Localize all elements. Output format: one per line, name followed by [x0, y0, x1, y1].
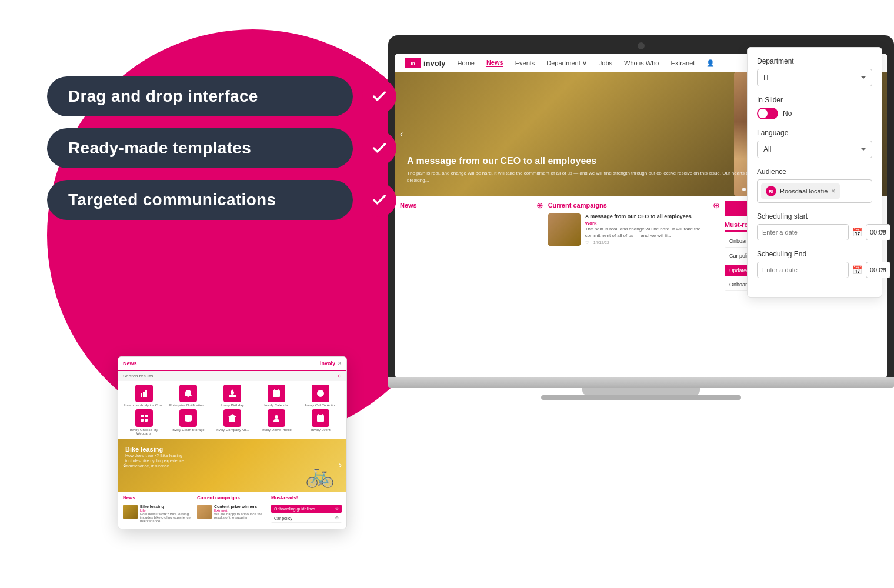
department-select[interactable]: IT HR Finance: [757, 69, 872, 86]
small-news-info: Bike leasing Life How does it work? Bike…: [140, 505, 194, 523]
bike-icon: 🚲: [305, 461, 335, 489]
small-nav-title: News: [123, 360, 137, 366]
small-close-button[interactable]: ×: [338, 359, 342, 368]
webpart-event[interactable]: Involy Event: [300, 409, 342, 435]
scheduling-start-time[interactable]: 00:00 01:00 12:00: [866, 224, 890, 240]
scheduling-end-input[interactable]: [757, 262, 849, 278]
webparts-search-bar: Search results ⊙: [118, 371, 346, 381]
webparts-grid: Enterprise Analytics Con... Enterprise N…: [118, 381, 346, 439]
campaign-thumbnail: [548, 213, 581, 246]
news-add-button[interactable]: ⊕: [536, 201, 543, 210]
svg-rect-10: [145, 415, 148, 417]
small-nav-actions: involy ×: [320, 359, 342, 368]
svg-rect-0: [141, 393, 142, 397]
laptop-base: [388, 377, 894, 388]
webpart-cta-icon: [312, 385, 329, 402]
in-slider-field: In Slider No: [757, 96, 872, 119]
scheduling-start-calendar-icon[interactable]: 📅: [852, 228, 862, 237]
logo-icon: in: [405, 58, 421, 68]
hero-subtitle: The pain is real, and change will be har…: [407, 170, 769, 184]
scheduling-start-input[interactable]: [757, 224, 849, 240]
campaigns-column: Current campaigns ⊕ A message from our C…: [548, 201, 720, 370]
campaign-desc: The pain is real, and change will be har…: [585, 226, 720, 239]
webpart-analytics[interactable]: Enterprise Analytics Con...: [123, 385, 165, 407]
campaign-meta: ♡ 14/12/22: [585, 240, 720, 245]
nav-events[interactable]: Events: [515, 59, 535, 66]
hero-prev-button[interactable]: ‹: [400, 129, 403, 139]
nav-home[interactable]: Home: [458, 59, 475, 66]
webpart-delve-icon: [268, 409, 285, 427]
svg-point-8: [317, 390, 324, 397]
logo-text: involy: [423, 59, 446, 68]
scheduling-start-label: Scheduling start: [757, 212, 872, 220]
nav-user[interactable]: 👤: [706, 59, 715, 67]
settings-panel: Department IT HR Finance In Slider No La…: [747, 47, 882, 298]
news-column: News ⊕: [400, 201, 543, 370]
small-news-item: Bike leasing Life How does it work? Bike…: [123, 505, 194, 523]
webpart-clean-storage[interactable]: Involy Clean Storage: [167, 409, 209, 435]
nav-news[interactable]: News: [486, 59, 503, 67]
search-toggle[interactable]: ⊙: [338, 373, 342, 379]
bike-leasing-hero: Bike leasing How does it work? Bike leas…: [118, 439, 346, 492]
audience-tag: RI Roosdaal locatie ×: [761, 183, 840, 199]
drag-drop-label: Drag and drop interface: [47, 76, 353, 116]
campaigns-add-button[interactable]: ⊕: [713, 201, 720, 210]
small-must-read-onboarding[interactable]: Onboarding guidelines ⊙: [271, 505, 342, 513]
in-slider-value: No: [783, 109, 792, 118]
svg-rect-9: [141, 415, 144, 417]
webpart-notification[interactable]: Enterprise Notification...: [167, 385, 209, 407]
toggle-row: No: [757, 108, 872, 119]
scheduling-end-calendar-icon[interactable]: 📅: [852, 265, 862, 275]
feature-item-drag-drop: Drag and drop interface: [47, 76, 396, 116]
small-bottom-content: News Bike leasing Life How does it work?…: [118, 492, 346, 529]
toggle-knob: [758, 109, 768, 118]
campaign-like[interactable]: ♡: [585, 240, 589, 245]
audience-container[interactable]: RI Roosdaal locatie ×: [757, 179, 872, 203]
webpart-event-icon: [312, 409, 329, 427]
svg-point-15: [275, 415, 278, 419]
audience-label: Audience: [757, 168, 872, 176]
svg-rect-3: [229, 395, 236, 397]
campaign-info: A message from our CEO to all employees …: [585, 213, 720, 246]
nav-who[interactable]: Who is Who: [624, 59, 659, 66]
hero-title: A message from our CEO to all employees: [407, 156, 769, 166]
webpart-birthday[interactable]: Involy Birthday: [211, 385, 253, 407]
scheduling-end-row: 📅 00:00 01:00 12:00: [757, 262, 872, 278]
webpart-analytics-icon: [135, 385, 153, 402]
dot-1[interactable]: [742, 188, 746, 191]
department-field: Department IT HR Finance: [757, 57, 872, 86]
in-slider-toggle[interactable]: [757, 108, 778, 119]
small-must-read-car[interactable]: Car policy ⊙: [271, 514, 342, 523]
nav-jobs[interactable]: Jobs: [599, 59, 612, 66]
webpart-company-icon: [224, 409, 241, 427]
news-title: News: [400, 202, 417, 209]
news-header: News ⊕: [400, 201, 543, 210]
department-label: Department: [757, 57, 872, 65]
webpart-company[interactable]: Involy Company An...: [211, 409, 253, 435]
scheduling-end-field: Scheduling End 📅 00:00 01:00 12:00: [757, 250, 872, 278]
webpart-storage-icon: [179, 409, 197, 427]
svg-rect-12: [145, 419, 148, 422]
bike-prev[interactable]: ‹: [123, 460, 126, 470]
language-select[interactable]: All English Dutch: [757, 141, 872, 158]
webpart-choose[interactable]: Involy Choose My Webparts: [123, 409, 165, 435]
small-campaigns-item: Content prize winners Extranet We are ha…: [197, 505, 268, 519]
webpart-calendar[interactable]: Involy Calendar: [256, 385, 298, 407]
audience-remove-button[interactable]: ×: [831, 187, 835, 195]
nav-department[interactable]: Department ∨: [546, 59, 587, 67]
audience-avatar: RI: [766, 186, 776, 196]
small-campaign-thumb: [197, 505, 212, 519]
scheduling-end-time[interactable]: 00:00 01:00 12:00: [866, 262, 890, 278]
bike-leasing-text: Bike leasing How does it work? Bike leas…: [125, 446, 196, 469]
targeted-check: [362, 183, 396, 217]
small-news-thumb: [123, 505, 138, 519]
nav-extranet[interactable]: Extranet: [670, 59, 695, 66]
audience-field: Audience RI Roosdaal locatie ×: [757, 168, 872, 203]
laptop-foot: [541, 395, 741, 400]
bike-next[interactable]: ›: [339, 460, 342, 470]
svg-rect-16: [317, 415, 324, 422]
drag-interface-popup: News involy × Search results ⊙ Enterpris…: [118, 356, 347, 529]
webpart-delve[interactable]: Involy Delve Profile: [256, 409, 298, 435]
webpart-cta[interactable]: Involy Call To Action: [300, 385, 342, 407]
small-nav-logo: involy: [320, 360, 335, 366]
